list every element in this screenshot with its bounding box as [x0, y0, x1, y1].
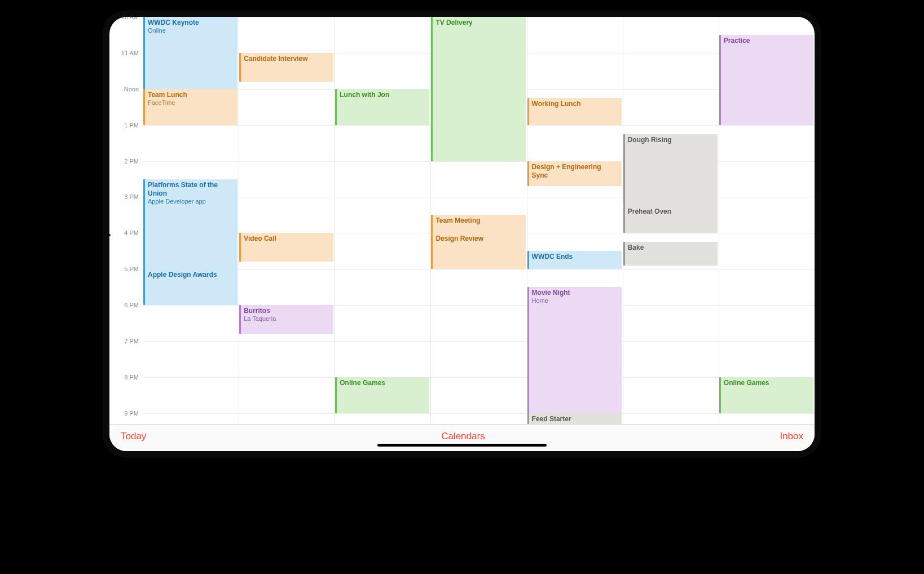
day-column[interactable]: Working LunchDesign + Engineering SyncWW… — [527, 17, 623, 424]
event-title: Apple Design Awards — [148, 271, 234, 279]
day-column[interactable]: Lunch with JonOnline Games — [335, 17, 430, 424]
event-title: Burritos — [244, 307, 330, 315]
event-title: Working Lunch — [532, 100, 618, 108]
day-column[interactable]: TV DeliveryTeam MeetingDesign Review — [430, 17, 526, 424]
calendar-grid[interactable]: WWDC KeynoteOnlineTeam LunchFaceTimePlat… — [143, 17, 815, 424]
time-label: 11 AM — [121, 50, 139, 56]
day-column[interactable]: WWDC KeynoteOnlineTeam LunchFaceTimePlat… — [143, 17, 239, 424]
time-label: Noon — [124, 86, 139, 92]
today-button[interactable]: Today — [121, 431, 146, 442]
event-title: TV Delivery — [435, 19, 522, 27]
calendar-event[interactable]: WWDC KeynoteOnline — [143, 17, 237, 89]
calendar-event[interactable]: Movie NightHome — [527, 287, 622, 413]
event-subtitle: FaceTime — [148, 99, 234, 107]
calendar-event[interactable]: Apple Design Awards — [143, 269, 237, 305]
event-title: Bake — [628, 244, 714, 252]
event-title: WWDC Keynote — [148, 19, 234, 27]
event-subtitle: La Taqueria — [244, 315, 330, 323]
event-title: Preheat Oven — [628, 207, 714, 216]
time-label: 6 PM — [124, 302, 139, 308]
event-title: Online Games — [340, 379, 426, 387]
calendar-event[interactable]: Bake — [623, 242, 718, 266]
calendar-event[interactable]: Practice — [719, 35, 813, 125]
time-label: 8 PM — [124, 374, 139, 381]
time-gutter: 10 AM11 AMNoon1 PM2 PM3 PM4 PM5 PM6 PM7 … — [109, 17, 143, 424]
event-title: Video Call — [244, 235, 330, 243]
event-title: Practice — [724, 37, 810, 45]
event-title: Candidate Interview — [244, 55, 330, 63]
event-title: Design Review — [435, 235, 522, 243]
calendar-event[interactable]: Candidate Interview — [239, 53, 333, 82]
event-title: WWDC Ends — [532, 253, 618, 261]
calendar-event[interactable]: Lunch with Jon — [335, 89, 429, 125]
calendar-event[interactable]: Working Lunch — [527, 98, 622, 125]
time-label: 9 PM — [124, 410, 139, 417]
calendar-event[interactable]: WWDC Ends — [527, 251, 622, 269]
calendar-event[interactable]: Preheat Oven — [623, 206, 718, 233]
time-label: 2 PM — [124, 158, 139, 165]
event-title: Lunch with Jon — [340, 91, 426, 99]
event-subtitle: Apple Developer app — [148, 198, 234, 206]
event-title: Design + Engineering Sync — [532, 163, 618, 180]
calendar-event[interactable]: BurritosLa Taqueria — [239, 305, 333, 334]
inbox-button[interactable]: Inbox — [780, 431, 803, 442]
calendar-event[interactable]: Platforms State of the UnionApple Develo… — [143, 179, 237, 280]
time-label: 1 PM — [124, 122, 139, 129]
event-title: Team Meeting — [435, 217, 522, 225]
event-title: Feed Starter — [532, 415, 618, 423]
calendar-week-view[interactable]: 10 AM11 AMNoon1 PM2 PM3 PM4 PM5 PM6 PM7 … — [109, 17, 815, 424]
day-columns: WWDC KeynoteOnlineTeam LunchFaceTimePlat… — [143, 17, 815, 424]
time-label: 5 PM — [124, 266, 139, 272]
calendar-event[interactable]: Feed Starter — [527, 413, 622, 424]
day-column[interactable]: Candidate InterviewVideo CallBurritosLa … — [239, 17, 335, 424]
home-indicator[interactable] — [377, 444, 547, 447]
calendar-event[interactable]: Team LunchFaceTime — [143, 89, 237, 125]
time-label: 7 PM — [124, 338, 139, 345]
time-label: 4 PM — [124, 229, 139, 236]
bottom-toolbar: Today Calendars Inbox — [109, 424, 815, 451]
calendar-event[interactable]: Design + Engineering Sync — [527, 161, 622, 187]
event-title: Team Lunch — [148, 91, 234, 99]
calendar-event[interactable]: TV Delivery — [431, 17, 525, 161]
event-title: Online Games — [724, 379, 810, 387]
time-label: 3 PM — [124, 193, 139, 200]
event-subtitle: Home — [532, 297, 618, 305]
calendar-event[interactable]: Team Meeting — [431, 215, 525, 233]
day-column[interactable]: Dough RisingPreheat OvenBake — [623, 17, 719, 424]
calendar-event[interactable]: Video Call — [239, 233, 333, 262]
event-title: Movie Night — [532, 289, 618, 297]
time-label: 10 AM — [121, 17, 139, 20]
event-subtitle: Online — [148, 27, 234, 35]
day-column[interactable]: PracticeOnline Games — [719, 17, 815, 424]
ipad-calendar-window: 10 AM11 AMNoon1 PM2 PM3 PM4 PM5 PM6 PM7 … — [109, 17, 815, 451]
calendar-event[interactable]: Online Games — [719, 377, 813, 413]
event-title: Platforms State of the Union — [148, 181, 234, 198]
calendar-event[interactable]: Online Games — [335, 377, 429, 413]
calendar-event[interactable]: Design Review — [431, 233, 525, 269]
event-title: Dough Rising — [628, 136, 714, 144]
calendar-event[interactable]: Dough Rising — [623, 134, 718, 206]
calendars-button[interactable]: Calendars — [441, 431, 485, 442]
